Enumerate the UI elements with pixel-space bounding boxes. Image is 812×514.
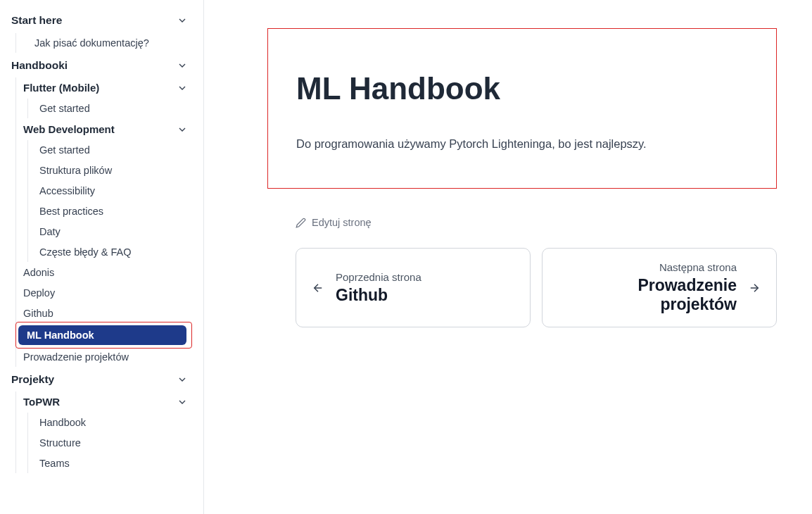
sidebar-item-flutter-getstarted[interactable]: Get started [30, 99, 194, 118]
sidebar-item-label: ToPWR [23, 396, 60, 408]
highlight-box-content: ML Handbook Do programowania używamy Pyt… [267, 28, 777, 189]
sidebar-section-start-here[interactable]: Start here [6, 8, 194, 32]
sidebar-item-struktura[interactable]: Struktura plików [30, 161, 194, 180]
sidebar-item-deploy[interactable]: Deploy [18, 283, 194, 303]
nav-prev-title: Github [336, 286, 514, 305]
edit-link-label: Edytuj stronę [312, 217, 372, 228]
edit-page-link[interactable]: Edytuj stronę [296, 217, 777, 228]
chevron-down-icon [177, 15, 188, 26]
sidebar: Start here Jak pisać dokumentację? Handb… [0, 0, 204, 514]
sidebar-item-github[interactable]: Github [18, 303, 194, 323]
highlight-box: ML Handbook [15, 322, 192, 349]
sidebar-item-teams[interactable]: Teams [30, 453, 194, 473]
sidebar-item-label: Web Development [23, 123, 115, 135]
sidebar-item-handbook[interactable]: Handbook [30, 413, 194, 432]
nav-prev-label: Poprzednia strona [336, 271, 514, 283]
sidebar-item-accessibility[interactable]: Accessibility [30, 181, 194, 201]
sidebar-item-adonis[interactable]: Adonis [18, 263, 194, 282]
nav-cards: Poprzednia strona Github Następna strona… [296, 248, 777, 327]
chevron-down-icon [177, 60, 188, 71]
page-body: Do programowania używamy Pytorch Lighten… [296, 134, 755, 153]
sidebar-section-label: Handbooki [11, 59, 68, 72]
main-content: ML Handbook Do programowania używamy Pyt… [204, 0, 812, 514]
sidebar-item-ml-handbook[interactable]: ML Handbook [18, 325, 186, 345]
page-title: ML Handbook [296, 71, 755, 106]
sidebar-item-faq[interactable]: Częste błędy & FAQ [30, 242, 194, 262]
sidebar-section-label: Projekty [11, 373, 54, 386]
nav-next-label: Następna strona [558, 261, 737, 273]
sidebar-item-webdev-getstarted[interactable]: Get started [30, 140, 194, 160]
sidebar-item-structure[interactable]: Structure [30, 433, 194, 453]
sidebar-item-jak-pisac[interactable]: Jak pisać dokumentację? [18, 33, 194, 53]
sidebar-section-projekty[interactable]: Projekty [6, 368, 194, 391]
sidebar-item-label: Flutter (Mobile) [23, 82, 99, 94]
nav-next-card[interactable]: Następna strona Prowadzenie projektów [542, 248, 777, 327]
sidebar-item-webdev[interactable]: Web Development [18, 119, 194, 139]
sidebar-section-label: Start here [11, 14, 62, 27]
sidebar-item-topwr[interactable]: ToPWR [18, 391, 194, 412]
chevron-down-icon [177, 124, 188, 135]
nav-next-title: Prowadzenie projektów [558, 276, 737, 314]
nav-prev-card[interactable]: Poprzednia strona Github [296, 248, 531, 327]
chevron-down-icon [177, 374, 188, 385]
sidebar-item-prowadzenie[interactable]: Prowadzenie projektów [18, 347, 194, 367]
sidebar-item-best-practices[interactable]: Best practices [30, 201, 194, 221]
sidebar-item-flutter[interactable]: Flutter (Mobile) [18, 77, 194, 98]
pencil-icon [296, 218, 306, 228]
chevron-down-icon [177, 396, 188, 408]
sidebar-item-daty[interactable]: Daty [30, 222, 194, 242]
chevron-down-icon [177, 82, 188, 94]
arrow-left-icon [312, 282, 324, 294]
sidebar-section-handbooki[interactable]: Handbooki [6, 54, 194, 77]
arrow-right-icon [748, 282, 761, 294]
